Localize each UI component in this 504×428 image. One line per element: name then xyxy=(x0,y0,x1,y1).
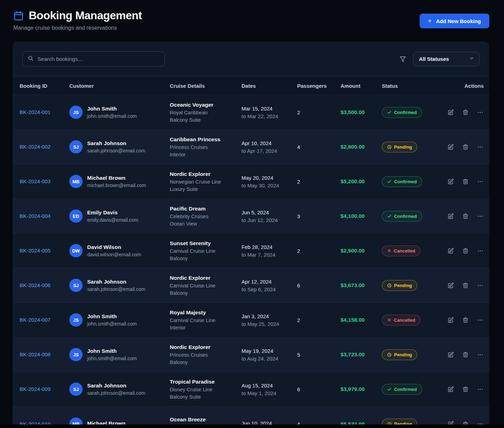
table-row: BK-2024-010 MB Michael Brown Ocean Breez… xyxy=(13,407,489,425)
table-row: BK-2024-003 MB Michael Brown michael.bro… xyxy=(13,164,489,199)
more-actions-button[interactable] xyxy=(477,351,484,358)
customer-name: Michael Brown xyxy=(87,175,146,181)
passenger-count: 6 xyxy=(297,283,341,288)
column-actions: Actions xyxy=(443,83,484,89)
delete-button[interactable] xyxy=(462,213,469,219)
delete-button[interactable] xyxy=(462,144,469,150)
status-badge: Pending xyxy=(382,142,417,152)
booking-id-link[interactable]: BK-2024-009 xyxy=(20,386,50,392)
check-icon xyxy=(387,179,392,184)
edit-button[interactable] xyxy=(447,178,454,185)
table-row: BK-2024-002 SJ Sarah Johnson sarah.johns… xyxy=(13,130,489,164)
table-row: BK-2024-009 SJ Sarah Johnson sarah.johns… xyxy=(13,372,489,407)
status-filter-value: All Statuses xyxy=(419,56,449,62)
delete-button[interactable] xyxy=(462,386,469,392)
date-start: Jun 10, 2024 xyxy=(241,420,297,425)
customer-name: John Smith xyxy=(87,106,137,112)
delete-button[interactable] xyxy=(462,109,469,115)
booking-id-link[interactable]: BK-2024-008 xyxy=(20,351,50,357)
cruise-cabin: Balcony Suite xyxy=(170,117,241,123)
status-label: Pending xyxy=(394,421,412,425)
cruise-ship: Nordic Explorer xyxy=(170,275,241,281)
booking-id-link[interactable]: BK-2024-007 xyxy=(20,317,50,323)
table-row: BK-2024-006 SJ Sarah Johnson sarah.johns… xyxy=(13,268,489,303)
date-start: Feb 28, 2024 xyxy=(241,244,297,250)
avatar: JS xyxy=(69,348,83,361)
edit-button[interactable] xyxy=(447,109,454,116)
more-actions-button[interactable] xyxy=(477,386,484,393)
date-end: to Mar 7, 2024 xyxy=(241,252,297,258)
cruise-ship: Oceanic Voyager xyxy=(170,102,241,108)
avatar: SJ xyxy=(69,383,83,396)
date-end: to Jun 12, 2024 xyxy=(241,217,297,223)
customer-name: Emily Davis xyxy=(87,209,138,216)
avatar-initials: JS xyxy=(73,110,79,115)
check-icon xyxy=(387,214,392,219)
cruise-ship: Sunset Serenity xyxy=(170,240,241,247)
status-label: Confirmed xyxy=(394,214,417,219)
cruise-cabin: Luxury Suite xyxy=(170,186,241,192)
more-actions-button[interactable] xyxy=(477,144,484,150)
edit-button[interactable] xyxy=(447,248,454,254)
date-end: to May 30, 2024 xyxy=(241,183,297,188)
customer-email: michael.brown@email.com xyxy=(87,183,146,188)
bookings-panel: All Statuses Booking ID Customer Cruise … xyxy=(13,42,489,425)
clock-icon xyxy=(387,422,392,425)
edit-button[interactable] xyxy=(447,144,454,150)
delete-button[interactable] xyxy=(462,421,469,425)
column-dates: Dates xyxy=(241,83,297,89)
delete-button[interactable] xyxy=(462,351,469,358)
status-label: Cancelled xyxy=(394,318,415,323)
customer-email: john.smith@email.com xyxy=(87,113,137,119)
edit-button[interactable] xyxy=(447,213,454,220)
delete-button[interactable] xyxy=(462,282,469,288)
search-box xyxy=(22,51,165,66)
cruise-ship: Nordic Explorer xyxy=(170,171,241,177)
delete-button[interactable] xyxy=(462,317,469,323)
table-row: BK-2024-004 ED Emily Davis emily.davis@e… xyxy=(13,199,489,234)
more-actions-button[interactable] xyxy=(477,421,484,425)
more-actions-button[interactable] xyxy=(477,213,484,220)
booking-id-link[interactable]: BK-2024-003 xyxy=(20,178,50,184)
delete-button[interactable] xyxy=(462,248,469,254)
date-start: Mar 15, 2024 xyxy=(241,106,297,112)
page-title: Booking Management xyxy=(29,9,142,22)
status-filter-select[interactable]: All Statuses xyxy=(413,52,479,66)
booking-id-link[interactable]: BK-2024-006 xyxy=(20,282,50,288)
filter-icon[interactable] xyxy=(399,56,406,63)
passenger-count: 2 xyxy=(297,317,341,323)
x-icon xyxy=(387,249,391,253)
edit-button[interactable] xyxy=(447,351,454,358)
booking-id-link[interactable]: BK-2024-002 xyxy=(20,144,50,150)
toolbar: All Statuses xyxy=(13,42,489,76)
date-end: to May 1, 2024 xyxy=(241,390,297,396)
amount-value: $5,532.00 xyxy=(341,421,382,425)
booking-id-link[interactable]: BK-2024-004 xyxy=(20,213,50,219)
more-actions-button[interactable] xyxy=(477,178,484,185)
edit-button[interactable] xyxy=(447,421,454,425)
more-actions-button[interactable] xyxy=(477,282,484,289)
edit-button[interactable] xyxy=(447,317,454,323)
edit-button[interactable] xyxy=(447,386,454,393)
search-input[interactable] xyxy=(37,56,160,62)
date-end: to Aug 24, 2024 xyxy=(241,356,297,362)
customer-email: john.smith@email.com xyxy=(87,356,137,361)
booking-id-link[interactable]: BK-2024-001 xyxy=(20,109,50,115)
date-start: Jun 5, 2024 xyxy=(241,209,297,215)
status-badge: Pending xyxy=(382,280,417,291)
booking-id-link[interactable]: BK-2024-010 xyxy=(20,421,50,425)
cruise-line: Carnival Cruise Line xyxy=(170,283,241,288)
customer-email: sarah.johnson@email.com xyxy=(87,286,145,292)
booking-id-link[interactable]: BK-2024-005 xyxy=(20,248,50,254)
passenger-count: 6 xyxy=(297,386,341,392)
customer-name: Sarah Johnson xyxy=(87,383,145,389)
table-body: BK-2024-001 JS John Smith john.smith@ema… xyxy=(13,95,489,425)
avatar: JS xyxy=(69,106,83,119)
customer-email: david.wilson@email.com xyxy=(87,252,141,257)
more-actions-button[interactable] xyxy=(477,248,484,254)
more-actions-button[interactable] xyxy=(477,109,484,116)
more-actions-button[interactable] xyxy=(477,317,484,323)
edit-button[interactable] xyxy=(447,282,454,289)
delete-button[interactable] xyxy=(462,178,469,185)
add-new-booking-button[interactable]: + Add New Booking xyxy=(420,14,489,28)
